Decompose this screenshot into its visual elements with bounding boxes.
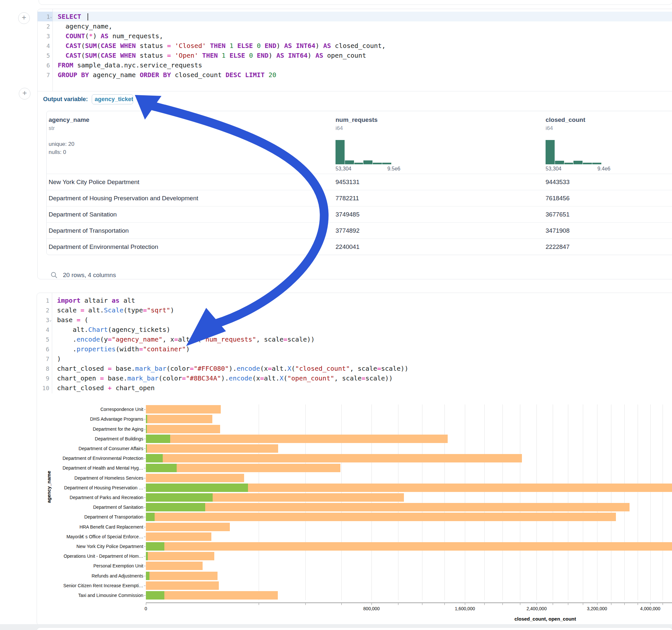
- bar-closed_count[interactable]: [146, 523, 230, 531]
- bar-closed_count[interactable]: [146, 513, 616, 521]
- gridline: [650, 405, 651, 600]
- bar-open_count[interactable]: [146, 542, 164, 551]
- bar-closed_count[interactable]: [146, 591, 278, 600]
- x-axis-tick: [484, 603, 485, 605]
- code-line[interactable]: 1import altair as alt: [37, 295, 672, 305]
- code-text: SELECT: [52, 13, 88, 21]
- add-cell-button-output[interactable]: +: [19, 88, 30, 99]
- bar-closed_count[interactable]: [146, 435, 448, 443]
- y-axis-label: Department of Homeless Services: [75, 476, 143, 481]
- table-row[interactable]: New York City Police Department945313194…: [47, 174, 672, 190]
- y-axis-label: Department of Buildings: [95, 436, 143, 441]
- bar-open_count[interactable]: [146, 454, 163, 462]
- x-axis-tick: [650, 603, 651, 605]
- bar-closed_count[interactable]: [146, 542, 672, 551]
- bar-closed_count[interactable]: [146, 572, 217, 580]
- bar-open_count[interactable]: [146, 503, 205, 511]
- column-header-agency_name[interactable]: agency_namestrunique: 20nulls: 0: [47, 111, 334, 174]
- bar-closed_count[interactable]: [146, 425, 220, 433]
- code-line[interactable]: 8chart_closed = base.mark_bar(color="#FF…: [37, 364, 672, 373]
- bar-open_count[interactable]: [146, 572, 149, 580]
- bar-closed_count[interactable]: [146, 474, 244, 482]
- x-axis-tick: [663, 603, 663, 605]
- column-name: closed_count: [546, 116, 672, 123]
- code-text: chart_closed + chart_open: [52, 384, 154, 392]
- gridline: [341, 405, 342, 600]
- bar-open_count[interactable]: [146, 425, 147, 433]
- table-row[interactable]: Department of Environmental Protection22…: [47, 239, 672, 255]
- output-variable-chip[interactable]: agency_tickets: [92, 94, 133, 104]
- y-axis-label: Personal Exemption Unit: [93, 563, 143, 568]
- table-row[interactable]: Department of Transportation377489234719…: [47, 222, 672, 239]
- output-variable-label: Output variable:: [43, 96, 88, 103]
- table-cell: Department of Housing Preservation and D…: [47, 195, 334, 202]
- code-line[interactable]: 5 .encode(y="agency_name", x=alt.X("num_…: [37, 335, 672, 344]
- column-type: i64: [336, 125, 544, 131]
- bar-closed_count[interactable]: [146, 552, 214, 560]
- gridline: [597, 405, 597, 600]
- x-axis-tick: [371, 603, 372, 605]
- altair-chart: agency_name Correspondence UnitDHS Advan…: [37, 402, 672, 626]
- table-cell: New York City Police Department: [47, 178, 334, 186]
- code-line[interactable]: 4 alt.Chart(agency_tickets): [37, 325, 672, 335]
- bar-open_count[interactable]: [146, 591, 164, 600]
- bar-closed_count[interactable]: [146, 581, 219, 590]
- code-line[interactable]: 7): [37, 354, 672, 364]
- code-line[interactable]: 6 .properties(width="container"): [37, 344, 672, 354]
- bar-closed_count[interactable]: [146, 562, 202, 570]
- y-axis-label: Senior Citizen Rent Increase Exempti…: [63, 583, 143, 588]
- search-icon[interactable]: [51, 272, 58, 279]
- code-text: chart_open = base.mark_bar(color="#8BC34…: [52, 374, 393, 382]
- bar-open_count[interactable]: [146, 444, 147, 453]
- code-line[interactable]: 2 agency_name,: [38, 21, 672, 31]
- table-row-count: 20 rows, 4 columns: [63, 272, 116, 279]
- code-line[interactable]: 1⌄SELECT: [38, 12, 672, 21]
- y-axis-label: New York City Police Department: [76, 544, 143, 549]
- code-line[interactable]: 7GROUP BY agency_name ORDER BY closed_co…: [38, 70, 672, 80]
- y-axis-tick: [144, 419, 146, 419]
- code-line[interactable]: 2scale = alt.Scale(type="sqrt"): [37, 305, 672, 315]
- line-number: 7: [38, 72, 52, 78]
- table-row[interactable]: Department of Housing Preservation and D…: [47, 190, 672, 206]
- code-text: scale = alt.Scale(type="sqrt"): [52, 306, 174, 314]
- bar-open_count[interactable]: [146, 435, 170, 443]
- bar-open_count[interactable]: [146, 484, 248, 492]
- column-histogram: 53,3049.5e6: [336, 140, 400, 172]
- code-line[interactable]: 4 CAST(SUM(CASE WHEN status = 'Closed' T…: [38, 41, 672, 51]
- x-axis-tick: [638, 603, 638, 605]
- column-histogram: 53,3049.4e6: [546, 140, 610, 172]
- bar-closed_count[interactable]: [146, 405, 221, 413]
- bar-open_count[interactable]: [146, 493, 213, 502]
- bar-open_count[interactable]: [146, 464, 177, 472]
- bar-open_count[interactable]: [146, 513, 154, 521]
- bar-closed_count[interactable]: [146, 454, 522, 462]
- y-axis-tick: [144, 595, 146, 596]
- table-cell: 9443533: [544, 178, 672, 186]
- code-text: import altair as alt: [52, 296, 135, 304]
- hist-min-label: 53,304: [546, 166, 561, 172]
- bar-closed_count[interactable]: [146, 503, 629, 511]
- column-header-num_requests[interactable]: num_requestsi6453,3049.5e6: [334, 111, 544, 174]
- code-line[interactable]: 9chart_open = base.mark_bar(color="#8BC3…: [37, 373, 672, 383]
- gridline: [445, 405, 445, 600]
- code-line[interactable]: 3 COUNT(*) AS num_requests,: [38, 31, 672, 41]
- y-axis-tick: [144, 458, 146, 459]
- code-line[interactable]: 10chart_closed + chart_open: [37, 383, 672, 393]
- x-axis-tick-label: 800,000: [363, 606, 380, 611]
- add-cell-button-top[interactable]: +: [18, 12, 30, 24]
- gridline: [583, 405, 583, 600]
- bar-closed_count[interactable]: [146, 532, 211, 541]
- code-line[interactable]: 5 CAST(SUM(CASE WHEN status = 'Open' THE…: [38, 51, 672, 60]
- python-editor[interactable]: 1import altair as alt2scale = alt.Scale(…: [37, 293, 672, 393]
- column-header-closed_count[interactable]: closed_counti6453,3049.4e6: [544, 111, 672, 174]
- bar-closed_count[interactable]: [146, 444, 278, 453]
- table-row[interactable]: Department of Sanitation37494853677651: [47, 206, 672, 222]
- code-line[interactable]: 6FROM sample_data.nyc.service_requests: [38, 60, 672, 70]
- bar-closed_count[interactable]: [146, 415, 212, 423]
- y-axis-tick: [144, 449, 146, 449]
- code-line[interactable]: 3⌄base = (: [37, 315, 672, 325]
- gutter-divider: [52, 9, 53, 91]
- bar-open_count[interactable]: [146, 552, 148, 560]
- bar-open_count[interactable]: [146, 415, 147, 423]
- sql-editor[interactable]: 1⌄SELECT 2 agency_name,3 COUNT(*) AS num…: [38, 9, 672, 91]
